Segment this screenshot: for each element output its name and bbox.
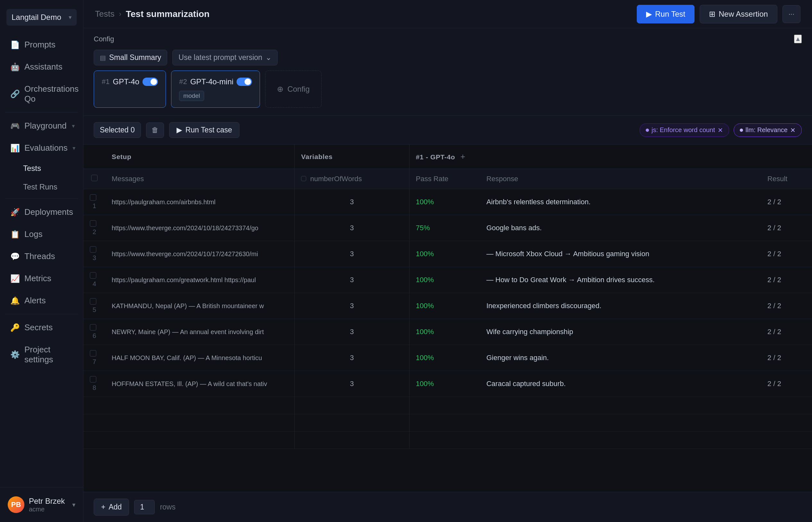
row-result: 2 / 2 [761, 215, 812, 241]
sidebar-item-secrets[interactable]: 🔑 Secrets [3, 317, 81, 338]
row-checkbox[interactable] [90, 194, 96, 201]
sidebar-item-label: Assistants [24, 62, 63, 72]
sidebar-item-evaluations[interactable]: 📊 Evaluations ▾ [3, 137, 81, 159]
config-section-label: Config [94, 35, 114, 43]
badge-js-dot [646, 128, 649, 132]
badge-js[interactable]: js: Enforce word count ✕ [640, 123, 729, 137]
badge-llm-dot [740, 128, 743, 132]
table-row[interactable]: 5 KATHMANDU, Nepal (AP) — A British moun… [83, 293, 812, 319]
row-num: 8 [83, 371, 105, 397]
sidebar-item-logs[interactable]: 📋 Logs [3, 223, 81, 245]
row-num: 7 [83, 345, 105, 371]
row-response: — Microsoft Xbox Cloud → Ambitious gamin… [480, 241, 761, 267]
sidebar-item-metrics[interactable]: 📈 Metrics [3, 268, 81, 289]
sidebar-item-test-runs[interactable]: Test Runs [3, 178, 81, 196]
table-toolbar: Selected 0 🗑 ▶ Run Test case js: Enforce… [83, 116, 812, 145]
add-column-button[interactable]: + [457, 150, 468, 163]
badge-js-close-icon: ✕ [718, 126, 723, 134]
sidebar-item-playground[interactable]: 🎮 Playground ▾ [3, 115, 81, 137]
row-response: — How to Do Great Work → Ambition drives… [480, 267, 761, 293]
sidebar-nav: 📄 Prompts 🤖 Assistants 🔗 Orchestrations … [0, 31, 83, 487]
row-pass-rate: 100% [409, 293, 480, 319]
row-num: 1 [83, 189, 105, 215]
row-checkbox[interactable] [90, 350, 96, 357]
add-config-card[interactable]: ⊕ Config [265, 71, 321, 108]
playground-icon: 🎮 [10, 122, 19, 130]
sidebar-item-tests[interactable]: Tests [3, 159, 81, 177]
bottom-bar: + Add rows [83, 492, 812, 522]
row-words: 3 [295, 215, 409, 241]
workspace-selector[interactable]: Langtail Demo ▾ [6, 9, 77, 26]
content-area: Config ▲ ▤ Small Summary Use latest prom… [83, 28, 812, 522]
th-pass-rate: Pass Rate [409, 169, 480, 189]
model-name-2: GPT-4o-mini [190, 77, 234, 86]
sidebar-item-label: Playground [24, 121, 67, 131]
run-test-case-button[interactable]: ▶ Run Test case [169, 122, 239, 138]
sidebar-item-orchestrations[interactable]: 🔗 Orchestrations Qo [3, 78, 81, 110]
header-checkbox[interactable] [91, 175, 98, 181]
sidebar-item-project-settings[interactable]: ⚙️ Project settings [3, 339, 81, 370]
new-assertion-button[interactable]: ⊞ New Assertion [700, 5, 777, 23]
sidebar-item-assistants[interactable]: 🤖 Assistants [3, 56, 81, 78]
row-num: 3 [83, 241, 105, 267]
row-checkbox[interactable] [90, 220, 96, 227]
badge-llm[interactable]: llm: Relevance ✕ [734, 123, 802, 137]
table-row[interactable]: 4 https://paulgraham.com/greatwork.html … [83, 267, 812, 293]
add-row-button[interactable]: + Add [94, 499, 129, 516]
run-test-button[interactable]: ▶ Run Test [637, 5, 695, 23]
more-button[interactable]: ··· [782, 5, 800, 23]
badge-llm-label: llm: Relevance [746, 126, 788, 134]
add-label: Add [109, 503, 122, 511]
row-checkbox[interactable] [90, 324, 96, 330]
row-result: 2 / 2 [761, 293, 812, 319]
prompt-selector[interactable]: ▤ Small Summary [94, 50, 167, 65]
th-checkbox-col [83, 145, 105, 169]
run-case-icon: ▶ [176, 126, 182, 134]
sidebar-item-label: Threads [24, 252, 55, 261]
table-row[interactable]: 7 HALF MOON BAY, Calif. (AP) — A Minneso… [83, 345, 812, 371]
model-id-1: #1 [102, 78, 110, 86]
table-row[interactable]: 8 HOFFMAN ESTATES, Ill. (AP) — A wild ca… [83, 371, 812, 397]
evaluations-icon: 📊 [10, 144, 19, 153]
row-checkbox[interactable] [90, 246, 96, 253]
sidebar-item-deployments[interactable]: 🚀 Deployments [3, 201, 81, 223]
th-setup-group: Setup [105, 145, 295, 169]
sidebar-item-alerts[interactable]: 🔔 Alerts [3, 290, 81, 312]
row-checkbox[interactable] [90, 272, 96, 279]
secrets-icon: 🔑 [10, 323, 19, 332]
breadcrumb-tests-link[interactable]: Tests [95, 9, 115, 19]
logs-icon: 📋 [10, 230, 19, 239]
delete-button[interactable]: 🗑 [146, 122, 164, 138]
row-words: 3 [295, 189, 409, 215]
model-card-1: #1 GPT-4o [94, 71, 166, 108]
row-result: 2 / 2 [761, 345, 812, 371]
sidebar-item-label: Logs [24, 229, 42, 239]
workspace-chevron: ▾ [69, 14, 72, 21]
col-checkbox[interactable] [301, 176, 306, 181]
table-row[interactable]: 6 NEWRY, Maine (AP) — An annual event in… [83, 319, 812, 345]
row-checkbox[interactable] [90, 376, 96, 383]
version-selector[interactable]: Use latest prompt version ⌄ [172, 50, 278, 65]
row-pass-rate: 100% [409, 319, 480, 345]
model-toggle-2[interactable] [236, 78, 252, 86]
config-collapse-button[interactable]: ▲ [794, 35, 802, 43]
table-row[interactable]: 2 https://www.theverge.com/2024/10/18/24… [83, 215, 812, 241]
rows-count-input[interactable] [134, 500, 155, 514]
models-row: #1 GPT-4o #2 GPT-4o-mini mode [94, 71, 802, 108]
row-checkbox[interactable] [90, 298, 96, 305]
row-pass-rate: 100% [409, 371, 480, 397]
sidebar-item-prompts[interactable]: 📄 Prompts [3, 34, 81, 56]
user-profile[interactable]: PB Petr Brzek acme ▾ [4, 493, 79, 517]
model-toggle-1[interactable] [142, 78, 158, 86]
empty-cell [83, 431, 105, 449]
assertion-icon: ⊞ [709, 9, 715, 19]
th-response: Response [480, 169, 761, 189]
sidebar-item-label: Evaluations [24, 143, 67, 153]
breadcrumb-separator: › [119, 10, 121, 18]
sidebar-item-threads[interactable]: 💬 Threads [3, 246, 81, 267]
table-row[interactable]: 1 https://paulgraham.com/airbnbs.html 3 … [83, 189, 812, 215]
row-words: 3 [295, 345, 409, 371]
row-url: HOFFMAN ESTATES, Ill. (AP) — A wild cat … [105, 371, 295, 397]
sidebar-item-label: Secrets [24, 323, 53, 333]
table-row[interactable]: 3 https://www.theverge.com/2024/10/17/24… [83, 241, 812, 267]
